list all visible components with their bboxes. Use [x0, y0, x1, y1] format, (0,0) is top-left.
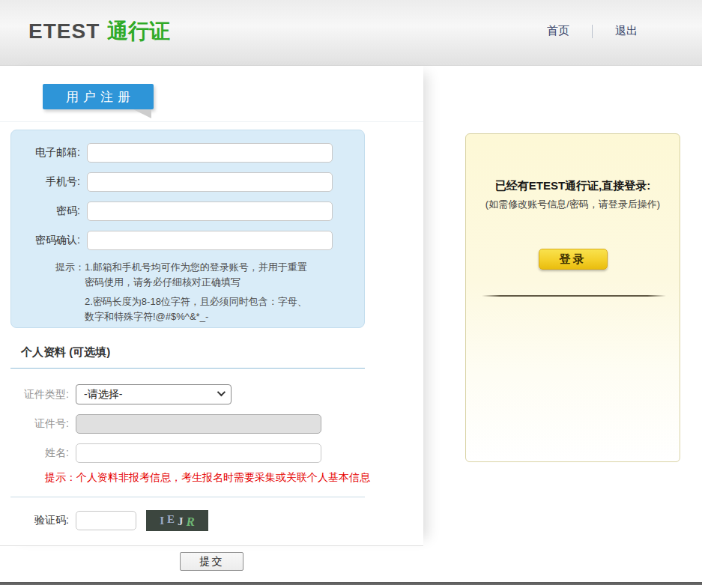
- tips-line-4: 数字和特殊字符!@#$%^&*_-: [85, 309, 307, 324]
- captcha-input[interactable]: [76, 511, 136, 530]
- email-row: 电子邮箱:: [11, 143, 364, 163]
- id-type-selected-value: -请选择-: [84, 388, 122, 401]
- tips-line-2: 密码使用，请务必仔细核对正确填写: [85, 275, 307, 290]
- nav-home-link[interactable]: 首页: [547, 24, 569, 38]
- chevron-down-icon: [217, 387, 226, 395]
- tips-label: 提示：: [55, 260, 85, 324]
- page-bottom-bar: [0, 582, 702, 585]
- login-panel-subtitle: (如需修改账号信息/密码，请登录后操作): [466, 198, 680, 211]
- profile-section-title: 个人资料 (可选填): [21, 345, 110, 360]
- captcha-letter: R: [187, 515, 195, 530]
- captcha-letter: I: [160, 515, 164, 527]
- brand-logo: ETEST通行证: [28, 19, 170, 43]
- brand-logo-pass: 通行证: [107, 19, 170, 43]
- email-label: 电子邮箱:: [11, 146, 87, 160]
- etest-registration-page: ETEST通行证 首页 退出 用户注册 电子邮箱: 手机号: 密码:: [0, 0, 702, 588]
- captcha-image[interactable]: I E J R: [146, 510, 208, 531]
- password-confirm-label: 密码确认:: [11, 234, 87, 247]
- header-nav: 首页 退出: [547, 24, 638, 38]
- submit-button[interactable]: 提交: [180, 552, 243, 571]
- tips-line-1: 1.邮箱和手机号均可作为您的登录账号，并用于重置: [85, 260, 307, 275]
- captcha-letter: E: [167, 513, 175, 526]
- nav-divider: [592, 25, 593, 38]
- email-field[interactable]: [87, 143, 333, 163]
- nav-logout-link[interactable]: 退出: [615, 24, 638, 38]
- password-row: 密码:: [11, 201, 364, 221]
- captcha-label: 验证码:: [0, 514, 76, 527]
- id-type-row: 证件类型: -请选择-: [0, 384, 232, 404]
- password-confirm-field[interactable]: [87, 231, 333, 250]
- password-confirm-row: 密码确认:: [11, 231, 364, 250]
- id-number-row: 证件号:: [0, 414, 321, 434]
- mobile-label: 手机号:: [11, 175, 87, 189]
- account-panel: 电子邮箱: 手机号: 密码: 密码确认: 提示： 1.邮箱和手机号均可作为您的登…: [10, 130, 365, 328]
- tab-user-register[interactable]: 用户注册: [43, 84, 154, 109]
- tips-lines: 1.邮箱和手机号均可作为您的登录账号，并用于重置 密码使用，请务必仔细核对正确填…: [85, 260, 307, 324]
- name-field[interactable]: [76, 443, 321, 463]
- captcha-divider: [10, 497, 365, 497]
- captcha-row: 验证码: I E J R: [0, 510, 208, 531]
- brand-logo-etest: ETEST: [28, 19, 100, 43]
- id-type-select[interactable]: -请选择-: [76, 384, 232, 404]
- password-field[interactable]: [87, 201, 333, 221]
- registration-column: 用户注册 电子邮箱: 手机号: 密码: 密码确认: 提示：: [0, 66, 423, 546]
- login-panel-title: 已经有ETEST通行证,直接登录:: [466, 179, 680, 193]
- tab-underline: [0, 121, 423, 122]
- page-header: ETEST通行证 首页 退出: [0, 0, 702, 66]
- tips-line-3: 2.密码长度为8-18位字符，且必须同时包含：字母、: [85, 294, 307, 309]
- id-number-label: 证件号:: [0, 417, 76, 431]
- profile-notice: 提示：个人资料非报考信息，考生报名时需要采集或关联个人基本信息: [45, 471, 370, 485]
- login-button[interactable]: 登录: [539, 249, 608, 270]
- name-row: 姓名:: [0, 443, 321, 463]
- account-tips: 提示： 1.邮箱和手机号均可作为您的登录账号，并用于重置 密码使用，请务必仔细核…: [55, 260, 364, 324]
- login-panel-divider: [482, 295, 666, 297]
- name-label: 姓名:: [0, 446, 76, 460]
- captcha-letter: J: [178, 515, 184, 528]
- id-number-field: [76, 414, 321, 434]
- id-type-label: 证件类型:: [0, 388, 76, 401]
- profile-section-underline: [10, 368, 365, 369]
- login-panel: 已经有ETEST通行证,直接登录: (如需修改账号信息/密码，请登录后操作) 登…: [465, 133, 680, 462]
- password-label: 密码:: [11, 204, 87, 218]
- mobile-field[interactable]: [87, 172, 333, 192]
- mobile-row: 手机号:: [11, 172, 364, 192]
